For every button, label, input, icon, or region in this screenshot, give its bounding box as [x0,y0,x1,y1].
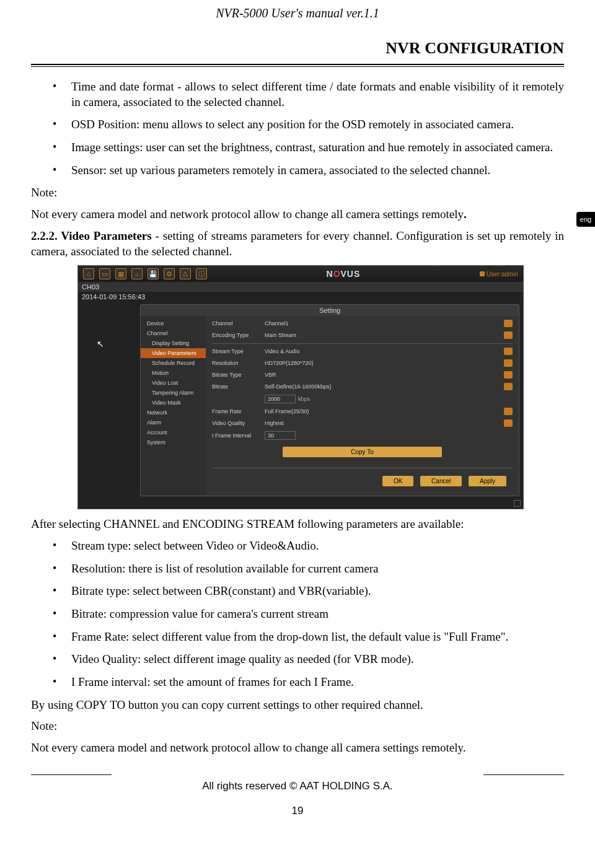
search-icon[interactable]: ⌕ [131,268,143,279]
form-label: Stream Type [212,348,265,354]
note-dot: . [464,208,467,221]
form-value: Self-Define(16-16000kbps) [265,384,501,390]
footer-rule-right [483,774,564,775]
dropdown-icon[interactable] [504,419,513,427]
lock-icon [480,271,485,276]
unit-label: kbps [298,396,310,402]
list-item: OSD Position: menu allows to select any … [53,117,564,133]
lang-tab: eng [576,212,595,227]
menu-item[interactable]: Tampering Alarm [141,388,206,398]
menu-item[interactable]: Video Mask [141,398,206,408]
list-item: Time and date format - allows to select … [53,79,564,110]
ss-toolbar-icons: ⌂ ▭ ▦ ⌕ 💾 ⚙ ⚠ ⓘ [83,268,207,279]
gear-icon[interactable]: ⚙ [164,268,175,279]
footer-rule-left [31,774,112,775]
form-label: Resolution [212,360,265,366]
ok-button[interactable]: OK [382,476,413,486]
divider [212,468,513,468]
form-value: 30 [265,431,513,440]
after-screenshot-text: After selecting CHANNEL and ENCODING STR… [31,517,564,532]
dropdown-icon[interactable] [504,320,513,327]
nvr-screenshot: ⌂ ▭ ▦ ⌕ 💾 ⚙ ⚠ ⓘ NOVUS User:admin CH03 20… [77,265,524,509]
list-item: Sensor: set up various parameters remote… [53,163,564,178]
form-row: Encoding TypeMain Stream [212,331,513,339]
menu-item[interactable]: Video Lost [141,378,206,388]
copy-to-button[interactable]: Copy To [283,447,442,457]
section-title: NVR CONFIGURATION [31,39,564,58]
text-input[interactable]: 30 [265,431,296,440]
bullet-list-2: Stream type: select between Video or Vid… [31,538,564,690]
menu-item[interactable]: Motion [141,368,206,378]
cursor-icon: ↖ [97,339,104,349]
channel-badge: CH03 [78,282,523,292]
save-icon[interactable]: 💾 [148,268,159,279]
form-label: Video Quality [212,420,265,426]
cancel-button[interactable]: Cancel [420,476,462,486]
form-row: ResolutionHD720P(1280*720) [212,359,513,367]
menu-item[interactable]: Network [141,408,206,418]
home-icon[interactable]: ⌂ [83,268,94,279]
form-row: Frame RateFull Frame(25/30) [212,408,513,415]
form-value: Highest [265,420,501,426]
note-body: Not every camera model and network proto… [31,208,464,221]
dropdown-icon[interactable] [504,383,513,390]
form-row: I Frame Interval30 [212,431,513,440]
brand-logo: NOVUS [207,269,480,279]
alert-icon[interactable]: ⚠ [180,268,191,279]
menu-item[interactable]: Device [141,318,206,328]
form-label: Frame Rate [212,408,265,414]
dropdown-icon[interactable] [504,359,513,367]
list-item: Bitrate: compression value for camera's … [53,607,564,622]
form-value: VBR [265,372,501,378]
form-value: Channel1 [265,320,501,327]
menu-item[interactable]: System [141,437,206,447]
form-label: Channel [212,320,265,327]
form-row: Bitrate TypeVBR [212,371,513,379]
menu-item[interactable]: Alarm [141,418,206,427]
rule-thin [31,66,564,67]
button-row-copy: Copy To [212,444,513,466]
timestamp: 2014-01-09 15:56:43 [78,292,523,302]
panel-title: Setting [141,305,519,316]
ss-topbar: ⌂ ▭ ▦ ⌕ 💾 ⚙ ⚠ ⓘ NOVUS User:admin [78,266,523,282]
menu-item[interactable]: Video Parameters [141,348,206,358]
form-value: 2000kbps [265,395,513,403]
ss-left-area: ↖ [78,302,140,500]
doc-header: NVR-5000 User's manual ver.1.1 [31,6,564,20]
form-value: Full Frame(25/30) [265,408,501,414]
menu-item[interactable]: Account [141,427,206,437]
form-value: HD720P(1280*720) [265,360,501,366]
menu-item[interactable]: Channel [141,328,206,338]
subsection: 2.2.2. Video Parameters - setting of str… [31,229,564,259]
user-label: User:admin [480,271,518,278]
dropdown-icon[interactable] [504,408,513,415]
form-value: Main Stream [265,332,501,338]
copy-paragraph: By using COPY TO button you can copy cur… [31,698,564,713]
menu-item[interactable]: Schedule Record [141,358,206,368]
list-item: Image settings: user can set the brightn… [53,140,564,156]
menu-item[interactable]: Display Setting [141,338,206,348]
form-row: Stream TypeVideo & Audio [212,348,513,355]
page-number: 19 [31,805,564,817]
info-icon[interactable]: ⓘ [196,268,207,279]
list-item: Frame Rate: select different value from … [53,629,564,645]
logo-o: O [333,269,341,279]
ss-statusbar [78,500,523,509]
divider [212,343,513,344]
form-label: I Frame Interval [212,432,265,439]
dropdown-icon[interactable] [504,348,513,355]
note2-label: Note: [31,719,564,734]
button-row-main: OK Cancel Apply [212,470,513,491]
sec-num: 2.2.2. Video Parameters [31,229,152,242]
text-input[interactable]: 2000 [265,395,296,403]
form-label: Bitrate [212,384,265,390]
dropdown-icon[interactable] [504,331,513,339]
monitor-icon[interactable]: ▭ [99,268,110,279]
form-label: Encoding Type [212,332,265,338]
rule-thick [31,64,564,65]
grid-icon[interactable]: ▦ [115,268,126,279]
panel-body: DeviceChannelDisplay SettingVideo Parame… [141,316,519,496]
dropdown-icon[interactable] [504,371,513,379]
apply-button[interactable]: Apply [469,476,506,486]
note-text: Not every camera model and network proto… [31,207,564,222]
